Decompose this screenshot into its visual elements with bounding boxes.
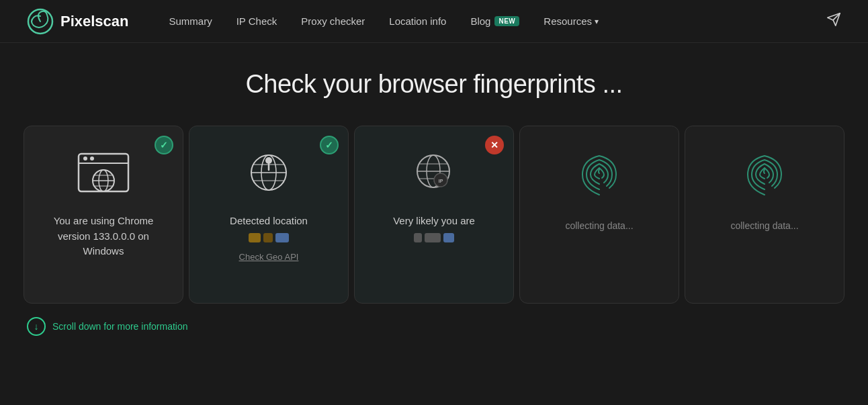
svg-point-5 — [83, 156, 87, 161]
hero-section: Check your browser fingerprints ... — [0, 43, 868, 119]
scroll-down-icon: ↓ — [27, 317, 46, 336]
proxy-status-badge: ✕ — [485, 136, 504, 154]
svg-point-6 — [90, 156, 94, 161]
fingerprint-icon-1 — [576, 142, 623, 203]
scroll-hint[interactable]: ↓ Scroll down for more information — [0, 304, 868, 349]
collecting-text-1: collecting data... — [565, 220, 633, 231]
browser-icon — [73, 142, 134, 203]
proxy-icon: IP — [404, 142, 464, 203]
browser-status-badge: ✓ — [155, 136, 173, 154]
proxy-card: ✕ IP Very likely you are — [354, 126, 514, 304]
nav-resources[interactable]: Resources ▾ — [544, 15, 599, 27]
nav-summary[interactable]: Summary — [169, 15, 212, 27]
nav-ip-check[interactable]: IP Check — [236, 15, 277, 27]
logo[interactable]: Pixelscan — [27, 8, 129, 35]
chevron-down-icon: ▾ — [595, 17, 599, 26]
location-card: ✓ Detected location Check Geo API — [189, 126, 349, 304]
location-status-badge: ✓ — [320, 136, 339, 154]
location-card-text: Detected location — [230, 214, 308, 229]
navigation: Pixelscan Summary IP Check Proxy checker… — [0, 0, 868, 43]
nav-proxy-checker[interactable]: Proxy checker — [301, 15, 365, 27]
cards-row: ✓ You are using Chrome version 133.0.0.0… — [0, 126, 868, 304]
browser-card-text: You are using Chrome version 133.0.0.0 o… — [38, 214, 169, 259]
nav-links: Summary IP Check Proxy checker Location … — [169, 15, 826, 27]
proxy-redacted — [414, 233, 454, 242]
location-redacted — [249, 233, 289, 242]
collecting-text-2: collecting data... — [730, 220, 798, 231]
proxy-card-text: Very likely you are — [393, 214, 475, 229]
logo-text: Pixelscan — [60, 13, 129, 30]
fingerprint-icon-2 — [741, 142, 788, 203]
nav-blog[interactable]: Blog NEW — [470, 15, 519, 27]
hero-title: Check your browser fingerprints ... — [13, 70, 855, 99]
nav-location-info[interactable]: Location info — [389, 15, 446, 27]
geo-api-link[interactable]: Check Geo API — [239, 252, 299, 262]
svg-text:IP: IP — [439, 179, 443, 183]
new-badge: NEW — [494, 16, 519, 26]
send-icon[interactable] — [826, 12, 841, 30]
browser-card: ✓ You are using Chrome version 133.0.0.0… — [24, 126, 183, 304]
scroll-hint-text: Scroll down for more information — [52, 321, 188, 332]
fingerprint-card-2: collecting data... — [685, 126, 844, 304]
fingerprint-card-1: collecting data... — [519, 126, 679, 304]
location-icon — [238, 142, 299, 203]
svg-point-17 — [265, 157, 272, 164]
logo-icon — [27, 8, 54, 35]
